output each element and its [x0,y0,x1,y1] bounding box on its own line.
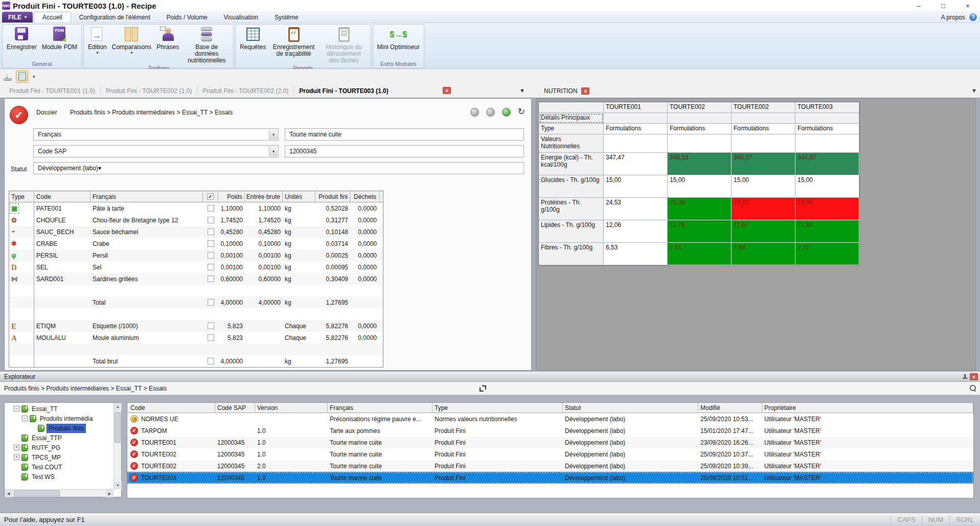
enregistrer-button[interactable]: Enregistrer [5,26,39,51]
tree-item[interactable]: Test COUT [5,462,113,472]
nutrition-value[interactable]: 15,00 [604,175,668,198]
ingredient-checkbox[interactable] [208,252,214,259]
nutrition-value[interactable]: 11,76 [668,220,732,243]
nutrition-value[interactable]: 12,06 [604,220,668,243]
language-select[interactable]: Français ▾ [33,128,279,141]
select-all-checkbox[interactable]: ✓ [207,193,214,200]
column-header-code[interactable]: Code [127,403,215,413]
chevron-down-icon[interactable]: ▾ [98,165,101,172]
ingredient-row[interactable] [9,285,383,296]
chevron-down-icon[interactable]: ▾ [269,129,278,140]
code-sap-field[interactable]: 12000345 [285,145,524,157]
scroll-up-icon[interactable]: ▲ [114,403,122,410]
tree-item[interactable]: + RUTF_PG [5,443,113,452]
product-name-field[interactable]: Tourte marine cuite [285,128,524,141]
ingredient-checkbox[interactable] [208,264,214,270]
explorer-row[interactable]: ✓ TOURTE001 12000345 1.0 Tourte marine c… [127,437,973,448]
import-button[interactable]: ↓ [3,72,13,82]
code-type-select[interactable]: Code SAP ▾ [33,145,279,157]
nutrition-value[interactable]: Formulations [604,124,668,134]
toolbar-options-icon[interactable]: ▾ [31,74,35,79]
document-tab[interactable]: Produit Fini - TOURTE002 (1.0) [100,86,197,96]
nutrition-value[interactable]: 24,52 [732,198,795,220]
nutrition-value[interactable]: 7,41 [668,243,732,265]
nutrition-value[interactable]: 344,97 [795,153,859,175]
column-header-modifie[interactable]: Modifié [698,403,762,413]
nutrition-value[interactable] [732,134,795,153]
nutrition-value[interactable]: 23,90 [795,198,859,220]
scroll-left-icon[interactable]: ◀ [5,490,12,497]
tree-item[interactable]: Produits finis [5,423,113,433]
ingredient-row[interactable]: E ETIQM Etiquette (/1000) 5,823 Chaque 5… [9,320,383,332]
nutrition-value[interactable]: 15,00 [795,175,859,198]
tree-expander-icon[interactable]: − [14,406,19,411]
minimize-button[interactable]: – [906,0,931,11]
nutrition-column-header[interactable]: TOURTE003 [795,102,859,113]
nutrition-value[interactable] [668,113,732,124]
explorer-row[interactable]: ✓ TOURTE003 12000345 1.0 Tourte marine c… [127,472,973,484]
column-header-francais[interactable]: Français [90,191,203,202]
close-tab-icon[interactable]: x [443,87,451,94]
nutrition-row-label[interactable]: Valeurs Nutritionnelles [539,134,604,153]
nutrition-column-header[interactable]: TOURTE002 [732,102,795,113]
nutrition-value[interactable]: Formulations [668,124,732,134]
tree-expander-icon[interactable]: − [22,416,28,421]
ingredient-row[interactable]: D SEL Sel 0,00100 0,00100 kg 0,00095 0,0… [9,261,383,273]
ingredient-row[interactable]: ▣ PATE001 Pâte à tarte 1,10000 1,10000 k… [9,202,383,214]
document-tab[interactable]: Produit Fini - TOURTE003 (1.0) [293,86,393,96]
column-header-proprietaire[interactable]: Propriétaire [762,403,973,413]
column-header-poids[interactable]: Poids [218,191,245,202]
file-menu-button[interactable]: FILE ▾ [2,12,33,22]
column-header-entree-brute[interactable]: Entrée brute [245,191,283,202]
nutrition-value[interactable]: Formulations [732,124,795,134]
comparaisons-button[interactable]: Comparaisons ▾ [110,26,153,55]
nutrition-value[interactable]: 25,35 [668,198,732,220]
explorer-row[interactable]: ◷ NORMES UE Préconisations régime pauvre… [127,413,973,425]
nutrition-row-label[interactable]: Fibres - Th. g/100g [539,243,604,265]
nutrition-value[interactable] [668,134,732,153]
green-orb-button[interactable] [502,108,511,117]
nutrition-row-label[interactable]: Lipides - Th. g/100g [539,220,604,243]
column-header-code[interactable]: Code [34,191,90,202]
ingredient-row[interactable]: ψ PERSIL Persil 0,00100 0,00100 kg 0,000… [9,249,383,261]
explorer-row[interactable]: ✓ TARPOM 1.0 Tarte aux pommes Produit Fi… [127,425,973,437]
nutrition-value[interactable]: 15,00 [732,175,795,198]
ingredient-row[interactable] [9,308,383,320]
ingredient-row[interactable]: ◓ SAUC_BECH Sauce béchamel 0,45280 0,452… [9,226,383,238]
nutrition-row-label[interactable]: Détails Principaux [539,113,604,124]
nutrition-row-label[interactable]: Glucides - Th. g/100g [539,175,604,198]
about-label[interactable]: A propos [941,14,965,21]
module-pdm-button[interactable]: PDM Module PDM [40,26,79,51]
ingredient-row[interactable] [9,344,383,355]
nutrition-value[interactable]: 6,53 [604,243,668,265]
menu-tab[interactable]: Système [266,12,307,22]
ingredient-row[interactable]: ⋈ SARD001 Sardines grillées 0,60000 0,60… [9,273,383,285]
scrollbar-thumb[interactable] [115,412,121,443]
close-nutrition-icon[interactable]: x [581,87,589,95]
tree-vertical-scrollbar[interactable]: ▲ ▼ [113,403,121,489]
tree-item[interactable]: − Produits intermédia [5,414,113,423]
ingredient-checkbox[interactable] [208,205,214,212]
column-header-statut[interactable]: Statut [563,403,698,413]
nutrition-value[interactable]: 11,67 [732,220,795,243]
tree-item[interactable]: Test WS [5,472,113,482]
column-header-francais[interactable]: Français [328,403,432,413]
nutrition-row-label[interactable]: Type [539,124,604,134]
ingredient-checkbox[interactable] [208,217,214,223]
nutrition-row-label[interactable]: Energie (kcal) - Th. kcal/100g [539,153,604,175]
ingredient-checkbox[interactable] [208,228,214,235]
maximize-button[interactable]: □ [931,0,955,11]
tree-item[interactable]: Essai_TTP [5,433,113,443]
document-tab[interactable]: Produit Fini - TOURTE002 (2.0) [197,86,293,96]
nutrition-value[interactable] [604,113,668,124]
scroll-right-icon[interactable]: ▶ [106,490,113,497]
nutrition-value[interactable]: Formulations [795,124,859,134]
ingredient-checkbox[interactable] [208,334,214,341]
close-explorer-icon[interactable]: x [970,373,978,380]
statut-select[interactable]: Développement (labo) ▾ [33,162,524,174]
nutrition-value[interactable]: 7,72 [795,243,859,265]
requetes-button[interactable]: Requêtes [238,26,268,51]
menu-tab[interactable]: Accueil [34,12,71,22]
menu-tab[interactable]: Visualisation [216,12,266,22]
tree-expander-icon[interactable]: + [14,445,19,450]
